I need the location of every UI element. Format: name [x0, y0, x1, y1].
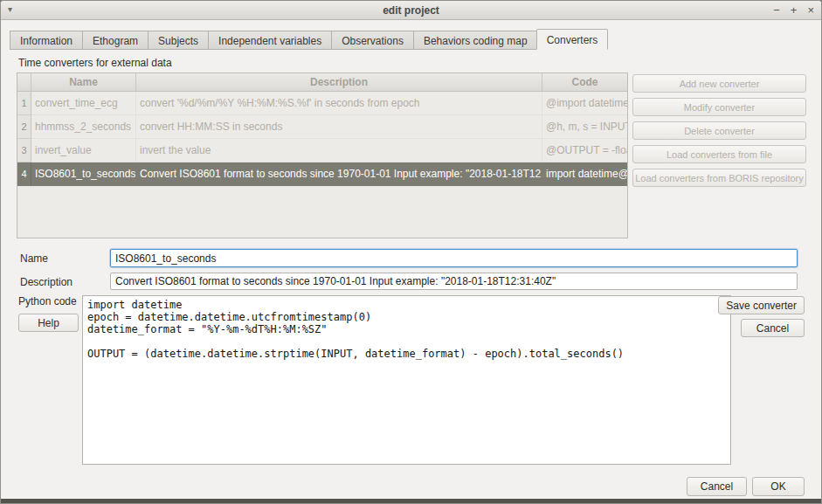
close-icon[interactable]: ×	[807, 3, 814, 17]
cell-description[interactable]: convert '%d/%m/%Y %H:%M:%S.%f' in second…	[136, 92, 542, 115]
table-row[interactable]: 2 hhmmss_2_seconds convert HH:MM:SS in s…	[17, 115, 627, 139]
table-row[interactable]: 1 convert_time_ecg convert '%d/%m/%Y %H:…	[17, 92, 627, 115]
window-controls: − + ×	[773, 3, 814, 17]
cell-code[interactable]: @h, m, s = INPUT.s...	[542, 115, 627, 139]
tab-behaviors-coding-map[interactable]: Behaviors coding map	[413, 31, 537, 50]
converter-actions: Add new converter Modify converter Delet…	[632, 74, 806, 192]
minimize-icon[interactable]: −	[773, 3, 780, 17]
description-label: Description	[20, 276, 73, 288]
load-converters-from-boris-repository-button[interactable]: Load converters from BORIS repository	[632, 169, 806, 187]
cell-name[interactable]: hhmmss_2_seconds	[31, 115, 136, 139]
description-input[interactable]	[110, 273, 798, 290]
tab-observations[interactable]: Observations	[331, 31, 413, 50]
header-description[interactable]: Description	[136, 73, 542, 91]
row-number: 4	[17, 162, 31, 186]
cell-description[interactable]: invert the value	[136, 139, 542, 162]
window-resize-edge[interactable]	[1, 499, 821, 503]
python-code-editor[interactable]: import datetime epoch = datetime.datetim…	[82, 295, 731, 465]
row-number: 3	[17, 139, 31, 162]
table-header-row: Name Description Code	[17, 73, 627, 92]
table-row[interactable]: 3 invert_value invert the value @OUTPUT …	[17, 139, 627, 162]
tab-bar: Information Ethogram Subjects Independen…	[10, 29, 608, 50]
tab-ethogram[interactable]: Ethogram	[82, 31, 148, 50]
table-row-selected[interactable]: 4 ISO8601_to_seconds Convert ISO8601 for…	[17, 162, 627, 186]
tab-independent-variables[interactable]: Independent variables	[208, 31, 331, 50]
load-converters-from-file-button[interactable]: Load converters from file	[632, 145, 806, 163]
edit-project-window: ▾ edit project − + × Information Ethogra…	[0, 0, 822, 504]
tab-information[interactable]: Information	[10, 31, 82, 50]
cancel-button[interactable]: Cancel	[687, 477, 747, 496]
cell-name[interactable]: invert_value	[31, 139, 136, 162]
add-new-converter-button[interactable]: Add new converter	[632, 74, 806, 93]
row-number: 1	[17, 92, 31, 115]
converter-cancel-button[interactable]: Cancel	[741, 319, 805, 337]
delete-converter-button[interactable]: Delete converter	[632, 121, 806, 140]
help-button[interactable]: Help	[18, 314, 79, 332]
table-corner	[17, 73, 31, 91]
cell-code[interactable]: @import datetime...	[542, 92, 627, 115]
cell-code[interactable]: import datetime@...	[542, 162, 627, 186]
converters-table: Name Description Code 1 convert_time_ecg…	[17, 72, 628, 238]
cell-code[interactable]: @OUTPUT = -float(...	[542, 139, 627, 162]
row-number: 2	[17, 115, 31, 139]
tab-subjects[interactable]: Subjects	[148, 31, 208, 50]
cell-description[interactable]: Convert ISO8601 format to seconds since …	[136, 162, 542, 186]
ok-button[interactable]: OK	[752, 477, 805, 496]
title-bar[interactable]: ▾ edit project − + ×	[1, 1, 821, 20]
cell-description[interactable]: convert HH:MM:SS in seconds	[136, 115, 542, 139]
name-input[interactable]	[110, 249, 798, 267]
maximize-icon[interactable]: +	[791, 3, 798, 17]
window-title: edit project	[1, 4, 821, 17]
modify-converter-button[interactable]: Modify converter	[632, 98, 806, 116]
header-name[interactable]: Name	[31, 73, 136, 91]
cell-name[interactable]: ISO8601_to_seconds	[31, 162, 136, 186]
header-code[interactable]: Code	[542, 73, 627, 91]
name-label: Name	[20, 252, 48, 265]
cell-name[interactable]: convert_time_ecg	[31, 92, 136, 115]
save-converter-button[interactable]: Save converter	[718, 296, 805, 314]
tab-converters[interactable]: Converters	[536, 29, 609, 50]
section-label: Time converters for external data	[18, 57, 172, 69]
python-code-label: Python code	[18, 295, 77, 307]
